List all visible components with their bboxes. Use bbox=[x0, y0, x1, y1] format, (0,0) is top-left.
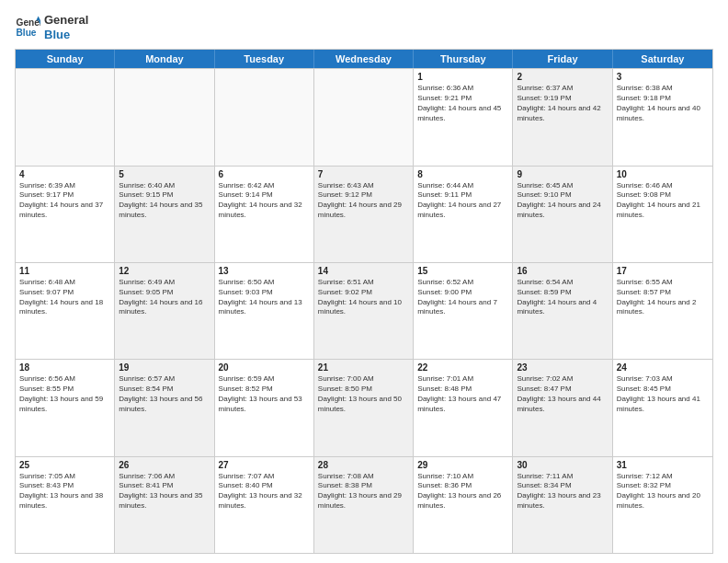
sunrise-text: Sunrise: 7:02 AM bbox=[517, 374, 608, 385]
daylight-text: Daylight: 13 hours and 41 minutes. bbox=[617, 395, 709, 415]
day-of-week-wednesday: Wednesday bbox=[314, 50, 414, 68]
cal-cell-14: 14Sunrise: 6:51 AMSunset: 9:02 PMDayligh… bbox=[314, 263, 414, 359]
cal-cell-9: 9Sunrise: 6:45 AMSunset: 9:10 PMDaylight… bbox=[513, 167, 612, 262]
day-number: 31 bbox=[617, 460, 709, 470]
day-of-week-saturday: Saturday bbox=[613, 50, 712, 68]
logo-icon: General Blue bbox=[15, 15, 40, 40]
cal-cell-empty-0-0 bbox=[16, 69, 115, 165]
cal-cell-23: 23Sunrise: 7:02 AMSunset: 8:47 PMDayligh… bbox=[513, 360, 612, 455]
day-number: 16 bbox=[517, 266, 608, 276]
daylight-text: Daylight: 13 hours and 26 minutes. bbox=[417, 491, 508, 511]
cal-cell-empty-0-1 bbox=[115, 69, 214, 165]
cal-cell-29: 29Sunrise: 7:10 AMSunset: 8:36 PMDayligh… bbox=[414, 457, 513, 553]
calendar-row-1: 1Sunrise: 6:36 AMSunset: 9:21 PMDaylight… bbox=[16, 68, 712, 165]
cal-cell-11: 11Sunrise: 6:48 AMSunset: 9:07 PMDayligh… bbox=[16, 263, 115, 359]
sunset-text: Sunset: 8:32 PM bbox=[617, 481, 709, 491]
daylight-text: Daylight: 14 hours and 24 minutes. bbox=[517, 201, 608, 221]
daylight-text: Daylight: 14 hours and 7 minutes. bbox=[417, 298, 508, 318]
daylight-text: Daylight: 14 hours and 37 minutes. bbox=[19, 201, 110, 221]
sunrise-text: Sunrise: 7:03 AM bbox=[617, 374, 709, 385]
sunrise-text: Sunrise: 7:07 AM bbox=[219, 472, 310, 482]
cal-cell-4: 4Sunrise: 6:39 AMSunset: 9:17 PMDaylight… bbox=[16, 167, 115, 262]
sunset-text: Sunset: 8:59 PM bbox=[517, 288, 608, 298]
cal-cell-22: 22Sunrise: 7:01 AMSunset: 8:48 PMDayligh… bbox=[414, 360, 513, 455]
day-number: 15 bbox=[417, 266, 508, 276]
cal-cell-13: 13Sunrise: 6:50 AMSunset: 9:03 PMDayligh… bbox=[215, 263, 314, 359]
day-number: 9 bbox=[517, 169, 608, 179]
cal-cell-21: 21Sunrise: 7:00 AMSunset: 8:50 PMDayligh… bbox=[314, 360, 414, 455]
sunrise-text: Sunrise: 7:00 AM bbox=[318, 374, 409, 385]
cal-cell-17: 17Sunrise: 6:55 AMSunset: 8:57 PMDayligh… bbox=[613, 263, 712, 359]
daylight-text: Daylight: 14 hours and 21 minutes. bbox=[617, 201, 709, 221]
day-number: 29 bbox=[417, 460, 508, 470]
cal-cell-6: 6Sunrise: 6:42 AMSunset: 9:14 PMDaylight… bbox=[215, 167, 314, 262]
cal-cell-1: 1Sunrise: 6:36 AMSunset: 9:21 PMDaylight… bbox=[414, 69, 513, 165]
sunrise-text: Sunrise: 6:49 AM bbox=[119, 278, 210, 288]
cal-cell-8: 8Sunrise: 6:44 AMSunset: 9:11 PMDaylight… bbox=[414, 167, 513, 262]
cal-cell-25: 25Sunrise: 7:05 AMSunset: 8:43 PMDayligh… bbox=[16, 457, 115, 553]
daylight-text: Daylight: 13 hours and 29 minutes. bbox=[318, 491, 409, 511]
calendar-row-2: 4Sunrise: 6:39 AMSunset: 9:17 PMDaylight… bbox=[16, 166, 712, 262]
day-of-week-monday: Monday bbox=[115, 50, 214, 68]
logo-blue: Blue bbox=[44, 28, 88, 42]
cal-cell-2: 2Sunrise: 6:37 AMSunset: 9:19 PMDaylight… bbox=[513, 69, 612, 165]
day-number: 23 bbox=[517, 362, 608, 373]
daylight-text: Daylight: 13 hours and 56 minutes. bbox=[119, 395, 210, 415]
sunset-text: Sunset: 9:14 PM bbox=[219, 190, 310, 201]
sunrise-text: Sunrise: 7:12 AM bbox=[617, 472, 709, 482]
day-number: 5 bbox=[119, 169, 210, 179]
calendar-row-3: 11Sunrise: 6:48 AMSunset: 9:07 PMDayligh… bbox=[16, 262, 712, 359]
cal-cell-5: 5Sunrise: 6:40 AMSunset: 9:15 PMDaylight… bbox=[115, 167, 214, 262]
sunset-text: Sunset: 8:55 PM bbox=[19, 385, 110, 395]
sunset-text: Sunset: 9:18 PM bbox=[617, 94, 709, 104]
cal-cell-30: 30Sunrise: 7:11 AMSunset: 8:34 PMDayligh… bbox=[513, 457, 612, 553]
day-number: 25 bbox=[19, 460, 110, 470]
sunrise-text: Sunrise: 6:38 AM bbox=[617, 84, 709, 94]
calendar-header: SundayMondayTuesdayWednesdayThursdayFrid… bbox=[16, 50, 712, 68]
day-number: 24 bbox=[617, 362, 709, 373]
cal-cell-16: 16Sunrise: 6:54 AMSunset: 8:59 PMDayligh… bbox=[513, 263, 612, 359]
daylight-text: Daylight: 14 hours and 45 minutes. bbox=[417, 104, 508, 124]
sunset-text: Sunset: 9:17 PM bbox=[19, 190, 110, 201]
sunset-text: Sunset: 8:48 PM bbox=[417, 385, 508, 395]
day-number: 17 bbox=[617, 266, 709, 276]
sunset-text: Sunset: 8:40 PM bbox=[219, 481, 310, 491]
cal-cell-31: 31Sunrise: 7:12 AMSunset: 8:32 PMDayligh… bbox=[613, 457, 712, 553]
daylight-text: Daylight: 13 hours and 38 minutes. bbox=[19, 491, 110, 511]
day-number: 22 bbox=[417, 362, 508, 373]
day-number: 13 bbox=[219, 266, 310, 276]
day-number: 14 bbox=[318, 266, 409, 276]
sunrise-text: Sunrise: 6:50 AM bbox=[219, 278, 310, 288]
daylight-text: Daylight: 14 hours and 10 minutes. bbox=[318, 298, 409, 318]
sunrise-text: Sunrise: 7:11 AM bbox=[517, 472, 608, 482]
cal-cell-15: 15Sunrise: 6:52 AMSunset: 9:00 PMDayligh… bbox=[414, 263, 513, 359]
sunset-text: Sunset: 8:50 PM bbox=[318, 385, 409, 395]
sunset-text: Sunset: 9:00 PM bbox=[417, 288, 508, 298]
daylight-text: Daylight: 14 hours and 2 minutes. bbox=[617, 298, 709, 318]
day-number: 10 bbox=[617, 169, 709, 179]
sunrise-text: Sunrise: 6:57 AM bbox=[119, 374, 210, 385]
day-number: 20 bbox=[219, 362, 310, 373]
daylight-text: Daylight: 14 hours and 27 minutes. bbox=[417, 201, 508, 221]
sunset-text: Sunset: 9:02 PM bbox=[318, 288, 409, 298]
sunset-text: Sunset: 9:21 PM bbox=[417, 94, 508, 104]
day-number: 21 bbox=[318, 362, 409, 373]
sunrise-text: Sunrise: 7:08 AM bbox=[318, 472, 409, 482]
sunrise-text: Sunrise: 6:48 AM bbox=[19, 278, 110, 288]
sunrise-text: Sunrise: 6:39 AM bbox=[19, 181, 110, 191]
cal-cell-26: 26Sunrise: 7:06 AMSunset: 8:41 PMDayligh… bbox=[115, 457, 214, 553]
day-number: 7 bbox=[318, 169, 409, 179]
day-of-week-friday: Friday bbox=[513, 50, 612, 68]
daylight-text: Daylight: 14 hours and 13 minutes. bbox=[219, 298, 310, 318]
cal-cell-20: 20Sunrise: 6:59 AMSunset: 8:52 PMDayligh… bbox=[215, 360, 314, 455]
day-of-week-sunday: Sunday bbox=[16, 50, 115, 68]
logo: General Blue General Blue bbox=[15, 13, 88, 41]
calendar-row-5: 25Sunrise: 7:05 AMSunset: 8:43 PMDayligh… bbox=[16, 456, 712, 553]
cal-cell-28: 28Sunrise: 7:08 AMSunset: 8:38 PMDayligh… bbox=[314, 457, 414, 553]
sunset-text: Sunset: 9:03 PM bbox=[219, 288, 310, 298]
sunset-text: Sunset: 8:57 PM bbox=[617, 288, 709, 298]
cal-cell-12: 12Sunrise: 6:49 AMSunset: 9:05 PMDayligh… bbox=[115, 263, 214, 359]
sunset-text: Sunset: 8:52 PM bbox=[219, 385, 310, 395]
day-number: 8 bbox=[417, 169, 508, 179]
sunset-text: Sunset: 9:05 PM bbox=[119, 288, 210, 298]
